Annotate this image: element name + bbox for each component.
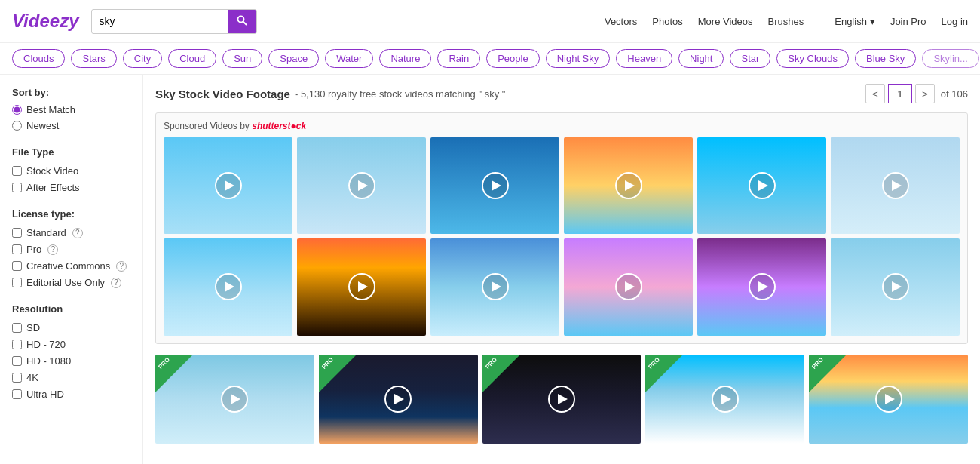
- sponsored-video-4[interactable]: [564, 137, 693, 234]
- sponsored-video-9[interactable]: [430, 238, 559, 335]
- video-card-2[interactable]: PRO: [319, 355, 478, 444]
- play-button-3[interactable]: [482, 172, 509, 199]
- sponsored-video-2[interactable]: [297, 137, 426, 234]
- search-input[interactable]: [92, 11, 228, 32]
- play-button-card-3[interactable]: [548, 386, 575, 413]
- license-pro[interactable]: Pro ?: [12, 244, 130, 255]
- editorial-help-icon[interactable]: ?: [111, 278, 121, 288]
- tag-heaven[interactable]: Heaven: [616, 49, 672, 68]
- sort-newest[interactable]: Newest: [12, 120, 130, 131]
- tags-row: Clouds Stars City Cloud Sun Space Water …: [0, 43, 980, 75]
- play-button-8[interactable]: [348, 273, 375, 300]
- tag-night[interactable]: Night: [678, 49, 724, 68]
- sponsored-video-3[interactable]: [430, 137, 559, 234]
- tag-space[interactable]: Space: [268, 49, 319, 68]
- sponsored-video-8[interactable]: [297, 238, 426, 335]
- tag-star[interactable]: Star: [730, 49, 770, 68]
- res-hd1080[interactable]: HD - 1080: [12, 355, 130, 367]
- editorial-checkbox[interactable]: [12, 278, 22, 287]
- search-button[interactable]: [228, 10, 256, 33]
- tag-rain[interactable]: Rain: [437, 49, 480, 68]
- sort-best-match-radio[interactable]: [12, 105, 22, 115]
- play-button-card-1[interactable]: [221, 386, 248, 413]
- tag-stars[interactable]: Stars: [71, 49, 116, 68]
- sponsored-video-7[interactable]: [164, 238, 292, 335]
- prev-page-button[interactable]: <: [865, 84, 885, 103]
- sponsored-video-6[interactable]: [831, 137, 960, 234]
- nav-brushes[interactable]: Brushes: [768, 16, 804, 27]
- logo[interactable]: Videezy: [12, 11, 79, 32]
- ultra-hd-checkbox[interactable]: [12, 389, 22, 399]
- file-type-after-effects[interactable]: After Effects: [12, 182, 130, 193]
- file-type-stock-video[interactable]: Stock Video: [12, 165, 130, 177]
- tag-people[interactable]: People: [486, 49, 539, 68]
- tag-night-sky[interactable]: Night Sky: [546, 49, 611, 68]
- res-sd[interactable]: SD: [12, 322, 130, 333]
- play-icon-6: [892, 180, 902, 191]
- play-button-6[interactable]: [882, 172, 909, 199]
- video-card-4[interactable]: PRO: [645, 355, 804, 444]
- play-button-7[interactable]: [215, 273, 242, 300]
- 4k-checkbox[interactable]: [12, 373, 22, 383]
- sort-best-match[interactable]: Best Match: [12, 104, 130, 115]
- login-link[interactable]: Log in: [942, 16, 968, 27]
- play-button-4[interactable]: [615, 172, 642, 199]
- license-standard[interactable]: Standard ?: [12, 227, 130, 238]
- language-selector[interactable]: English ▾: [835, 16, 875, 27]
- license-editorial[interactable]: Editorial Use Only ?: [12, 277, 130, 288]
- pro-help-icon[interactable]: ?: [47, 244, 58, 255]
- tag-skyline[interactable]: Skylin...: [922, 49, 979, 68]
- play-button-card-4[interactable]: [712, 386, 739, 413]
- tag-clouds[interactable]: Clouds: [12, 49, 65, 68]
- video-card-1[interactable]: PRO: [155, 355, 314, 444]
- play-button-11[interactable]: [749, 273, 776, 300]
- tag-water[interactable]: Water: [325, 49, 373, 68]
- sponsored-video-1[interactable]: [164, 137, 292, 234]
- play-button-5[interactable]: [749, 172, 776, 199]
- nav-more-videos[interactable]: More Videos: [698, 16, 753, 27]
- tag-sky-clouds[interactable]: Sky Clouds: [776, 49, 849, 68]
- hd1080-checkbox[interactable]: [12, 356, 22, 366]
- sort-newest-radio[interactable]: [12, 121, 22, 131]
- standard-checkbox[interactable]: [12, 228, 22, 238]
- sponsored-video-10[interactable]: [564, 238, 693, 335]
- cc-checkbox[interactable]: [12, 261, 22, 271]
- main-layout: Sort by: Best Match Newest File Type Sto…: [0, 75, 980, 464]
- pro-checkbox[interactable]: [12, 244, 22, 254]
- stock-video-checkbox[interactable]: [12, 166, 22, 176]
- play-button-2[interactable]: [348, 172, 375, 199]
- cc-help-icon[interactable]: ?: [116, 261, 127, 272]
- res-ultra-hd[interactable]: Ultra HD: [12, 389, 130, 400]
- hd720-checkbox[interactable]: [12, 340, 22, 349]
- after-effects-checkbox[interactable]: [12, 183, 22, 192]
- license-creative-commons[interactable]: Creative Commons ?: [12, 260, 130, 272]
- tag-nature[interactable]: Nature: [379, 49, 431, 68]
- tag-sun[interactable]: Sun: [222, 49, 262, 68]
- nav-photos[interactable]: Photos: [652, 16, 682, 27]
- play-button-10[interactable]: [615, 273, 642, 300]
- play-button-card-5[interactable]: [875, 386, 902, 413]
- res-4k[interactable]: 4K: [12, 372, 130, 383]
- play-icon-5: [758, 180, 768, 191]
- sponsored-video-5[interactable]: [697, 137, 826, 234]
- nav-vectors[interactable]: Vectors: [605, 16, 637, 27]
- res-hd720[interactable]: HD - 720: [12, 339, 130, 350]
- play-button-9[interactable]: [482, 273, 509, 300]
- search-bar: [91, 9, 257, 34]
- play-button-1[interactable]: [215, 172, 242, 199]
- tag-blue-sky[interactable]: Blue Sky: [855, 49, 916, 68]
- sponsored-video-11[interactable]: [697, 238, 826, 335]
- shutterstock-brand: shutterst●ck: [252, 121, 306, 131]
- standard-help-icon[interactable]: ?: [72, 228, 83, 238]
- sd-checkbox[interactable]: [12, 323, 22, 333]
- join-pro-link[interactable]: Join Pro: [890, 16, 926, 27]
- tag-cloud[interactable]: Cloud: [168, 49, 216, 68]
- play-button-12[interactable]: [882, 273, 909, 300]
- video-card-5[interactable]: PRO: [809, 355, 968, 444]
- play-icon-7: [225, 281, 234, 292]
- tag-city[interactable]: City: [123, 49, 162, 68]
- next-page-button[interactable]: >: [915, 84, 935, 103]
- sponsored-video-12[interactable]: [831, 238, 960, 335]
- video-card-3[interactable]: PRO: [482, 355, 642, 444]
- play-button-card-2[interactable]: [384, 386, 412, 413]
